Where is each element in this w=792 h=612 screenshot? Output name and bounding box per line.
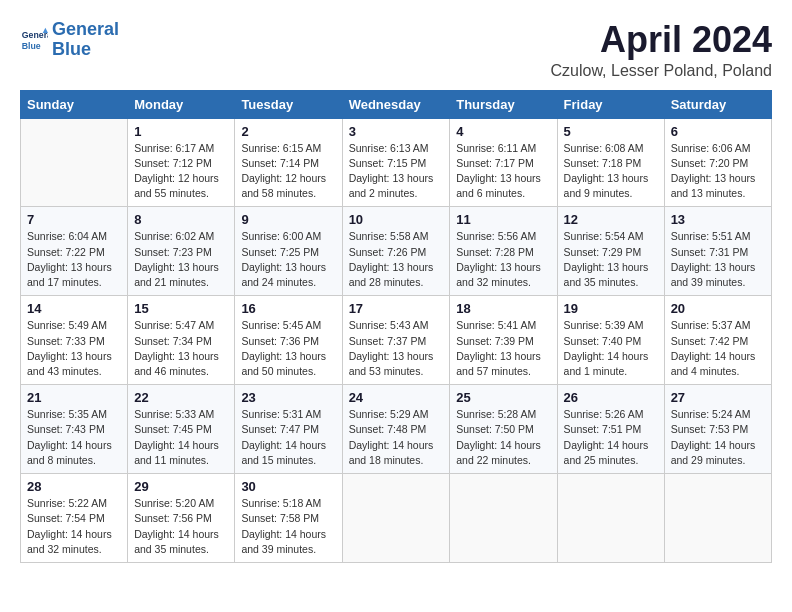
logo: General Blue General Blue bbox=[20, 20, 119, 60]
svg-text:Blue: Blue bbox=[22, 41, 41, 51]
calendar-cell: 16Sunrise: 5:45 AM Sunset: 7:36 PM Dayli… bbox=[235, 296, 342, 385]
day-number: 5 bbox=[564, 124, 658, 139]
calendar-cell: 6Sunrise: 6:06 AM Sunset: 7:20 PM Daylig… bbox=[664, 118, 771, 207]
day-number: 17 bbox=[349, 301, 444, 316]
page-header: General Blue General Blue April 2024 Czu… bbox=[20, 20, 772, 80]
calendar-cell: 11Sunrise: 5:56 AM Sunset: 7:28 PM Dayli… bbox=[450, 207, 557, 296]
calendar-cell: 27Sunrise: 5:24 AM Sunset: 7:53 PM Dayli… bbox=[664, 385, 771, 474]
day-info: Sunrise: 5:49 AM Sunset: 7:33 PM Dayligh… bbox=[27, 318, 121, 379]
calendar-cell bbox=[450, 474, 557, 563]
logo-text-line1: General bbox=[52, 20, 119, 40]
calendar-week-row: 21Sunrise: 5:35 AM Sunset: 7:43 PM Dayli… bbox=[21, 385, 772, 474]
logo-general: General bbox=[52, 19, 119, 39]
weekday-header-saturday: Saturday bbox=[664, 90, 771, 118]
day-number: 6 bbox=[671, 124, 765, 139]
day-number: 2 bbox=[241, 124, 335, 139]
calendar-cell: 5Sunrise: 6:08 AM Sunset: 7:18 PM Daylig… bbox=[557, 118, 664, 207]
calendar-cell: 15Sunrise: 5:47 AM Sunset: 7:34 PM Dayli… bbox=[128, 296, 235, 385]
weekday-header-thursday: Thursday bbox=[450, 90, 557, 118]
day-info: Sunrise: 6:08 AM Sunset: 7:18 PM Dayligh… bbox=[564, 141, 658, 202]
day-number: 4 bbox=[456, 124, 550, 139]
day-info: Sunrise: 5:26 AM Sunset: 7:51 PM Dayligh… bbox=[564, 407, 658, 468]
day-info: Sunrise: 5:24 AM Sunset: 7:53 PM Dayligh… bbox=[671, 407, 765, 468]
day-number: 22 bbox=[134, 390, 228, 405]
calendar-cell: 17Sunrise: 5:43 AM Sunset: 7:37 PM Dayli… bbox=[342, 296, 450, 385]
calendar-cell: 12Sunrise: 5:54 AM Sunset: 7:29 PM Dayli… bbox=[557, 207, 664, 296]
logo-text-line2: Blue bbox=[52, 40, 119, 60]
calendar-cell: 14Sunrise: 5:49 AM Sunset: 7:33 PM Dayli… bbox=[21, 296, 128, 385]
day-info: Sunrise: 5:28 AM Sunset: 7:50 PM Dayligh… bbox=[456, 407, 550, 468]
calendar-cell: 28Sunrise: 5:22 AM Sunset: 7:54 PM Dayli… bbox=[21, 474, 128, 563]
calendar-week-row: 14Sunrise: 5:49 AM Sunset: 7:33 PM Dayli… bbox=[21, 296, 772, 385]
day-info: Sunrise: 5:37 AM Sunset: 7:42 PM Dayligh… bbox=[671, 318, 765, 379]
day-info: Sunrise: 6:02 AM Sunset: 7:23 PM Dayligh… bbox=[134, 229, 228, 290]
calendar-cell: 24Sunrise: 5:29 AM Sunset: 7:48 PM Dayli… bbox=[342, 385, 450, 474]
day-number: 16 bbox=[241, 301, 335, 316]
day-number: 19 bbox=[564, 301, 658, 316]
day-info: Sunrise: 6:13 AM Sunset: 7:15 PM Dayligh… bbox=[349, 141, 444, 202]
calendar-cell: 21Sunrise: 5:35 AM Sunset: 7:43 PM Dayli… bbox=[21, 385, 128, 474]
day-number: 15 bbox=[134, 301, 228, 316]
calendar-cell: 30Sunrise: 5:18 AM Sunset: 7:58 PM Dayli… bbox=[235, 474, 342, 563]
calendar-cell bbox=[664, 474, 771, 563]
calendar-cell: 19Sunrise: 5:39 AM Sunset: 7:40 PM Dayli… bbox=[557, 296, 664, 385]
day-number: 24 bbox=[349, 390, 444, 405]
logo-icon: General Blue bbox=[20, 26, 48, 54]
day-number: 8 bbox=[134, 212, 228, 227]
title-area: April 2024 Czulow, Lesser Poland, Poland bbox=[551, 20, 772, 80]
day-info: Sunrise: 5:51 AM Sunset: 7:31 PM Dayligh… bbox=[671, 229, 765, 290]
calendar-cell: 25Sunrise: 5:28 AM Sunset: 7:50 PM Dayli… bbox=[450, 385, 557, 474]
calendar-cell: 18Sunrise: 5:41 AM Sunset: 7:39 PM Dayli… bbox=[450, 296, 557, 385]
day-info: Sunrise: 5:58 AM Sunset: 7:26 PM Dayligh… bbox=[349, 229, 444, 290]
day-info: Sunrise: 6:04 AM Sunset: 7:22 PM Dayligh… bbox=[27, 229, 121, 290]
day-info: Sunrise: 5:43 AM Sunset: 7:37 PM Dayligh… bbox=[349, 318, 444, 379]
weekday-header-monday: Monday bbox=[128, 90, 235, 118]
day-number: 3 bbox=[349, 124, 444, 139]
calendar-week-row: 1Sunrise: 6:17 AM Sunset: 7:12 PM Daylig… bbox=[21, 118, 772, 207]
day-number: 10 bbox=[349, 212, 444, 227]
day-number: 14 bbox=[27, 301, 121, 316]
day-info: Sunrise: 5:33 AM Sunset: 7:45 PM Dayligh… bbox=[134, 407, 228, 468]
day-info: Sunrise: 5:18 AM Sunset: 7:58 PM Dayligh… bbox=[241, 496, 335, 557]
calendar-cell: 26Sunrise: 5:26 AM Sunset: 7:51 PM Dayli… bbox=[557, 385, 664, 474]
calendar-cell bbox=[21, 118, 128, 207]
day-number: 29 bbox=[134, 479, 228, 494]
day-number: 1 bbox=[134, 124, 228, 139]
day-info: Sunrise: 6:06 AM Sunset: 7:20 PM Dayligh… bbox=[671, 141, 765, 202]
day-number: 25 bbox=[456, 390, 550, 405]
day-info: Sunrise: 5:41 AM Sunset: 7:39 PM Dayligh… bbox=[456, 318, 550, 379]
location-subtitle: Czulow, Lesser Poland, Poland bbox=[551, 62, 772, 80]
calendar-cell: 3Sunrise: 6:13 AM Sunset: 7:15 PM Daylig… bbox=[342, 118, 450, 207]
day-info: Sunrise: 5:35 AM Sunset: 7:43 PM Dayligh… bbox=[27, 407, 121, 468]
day-number: 12 bbox=[564, 212, 658, 227]
day-info: Sunrise: 6:15 AM Sunset: 7:14 PM Dayligh… bbox=[241, 141, 335, 202]
weekday-header-row: SundayMondayTuesdayWednesdayThursdayFrid… bbox=[21, 90, 772, 118]
day-number: 27 bbox=[671, 390, 765, 405]
day-info: Sunrise: 5:22 AM Sunset: 7:54 PM Dayligh… bbox=[27, 496, 121, 557]
day-number: 28 bbox=[27, 479, 121, 494]
day-number: 11 bbox=[456, 212, 550, 227]
calendar-week-row: 7Sunrise: 6:04 AM Sunset: 7:22 PM Daylig… bbox=[21, 207, 772, 296]
day-number: 30 bbox=[241, 479, 335, 494]
day-number: 23 bbox=[241, 390, 335, 405]
day-info: Sunrise: 5:45 AM Sunset: 7:36 PM Dayligh… bbox=[241, 318, 335, 379]
day-number: 26 bbox=[564, 390, 658, 405]
calendar-cell: 20Sunrise: 5:37 AM Sunset: 7:42 PM Dayli… bbox=[664, 296, 771, 385]
calendar-cell: 29Sunrise: 5:20 AM Sunset: 7:56 PM Dayli… bbox=[128, 474, 235, 563]
day-info: Sunrise: 6:11 AM Sunset: 7:17 PM Dayligh… bbox=[456, 141, 550, 202]
calendar-cell: 23Sunrise: 5:31 AM Sunset: 7:47 PM Dayli… bbox=[235, 385, 342, 474]
calendar-table: SundayMondayTuesdayWednesdayThursdayFrid… bbox=[20, 90, 772, 563]
calendar-cell: 1Sunrise: 6:17 AM Sunset: 7:12 PM Daylig… bbox=[128, 118, 235, 207]
day-number: 7 bbox=[27, 212, 121, 227]
weekday-header-friday: Friday bbox=[557, 90, 664, 118]
day-info: Sunrise: 6:00 AM Sunset: 7:25 PM Dayligh… bbox=[241, 229, 335, 290]
calendar-cell bbox=[557, 474, 664, 563]
weekday-header-tuesday: Tuesday bbox=[235, 90, 342, 118]
day-info: Sunrise: 5:29 AM Sunset: 7:48 PM Dayligh… bbox=[349, 407, 444, 468]
day-number: 20 bbox=[671, 301, 765, 316]
day-number: 13 bbox=[671, 212, 765, 227]
day-info: Sunrise: 5:20 AM Sunset: 7:56 PM Dayligh… bbox=[134, 496, 228, 557]
day-info: Sunrise: 5:39 AM Sunset: 7:40 PM Dayligh… bbox=[564, 318, 658, 379]
day-info: Sunrise: 6:17 AM Sunset: 7:12 PM Dayligh… bbox=[134, 141, 228, 202]
calendar-cell: 9Sunrise: 6:00 AM Sunset: 7:25 PM Daylig… bbox=[235, 207, 342, 296]
